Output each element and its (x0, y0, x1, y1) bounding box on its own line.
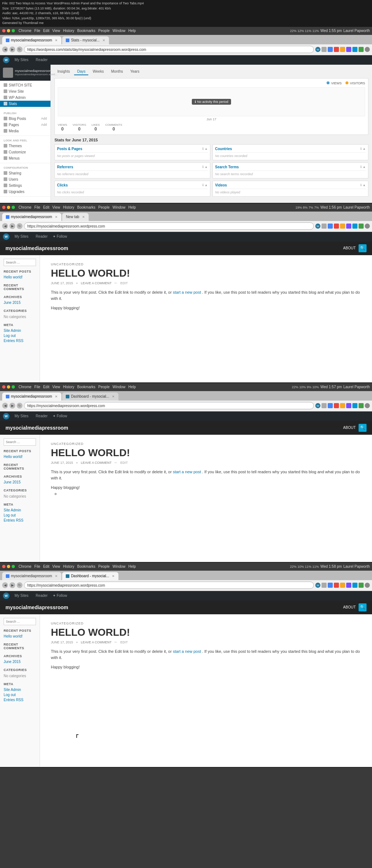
ext4-icon-3[interactable] (346, 403, 351, 408)
search-btn-2[interactable]: 🔍 (359, 244, 367, 252)
back-btn-4[interactable]: ◀ (2, 582, 8, 588)
maximize-button-2[interactable] (12, 206, 15, 209)
card-info-videos[interactable]: ℹ (360, 183, 361, 187)
menu-people-2[interactable]: People (98, 205, 110, 209)
menu-history-2[interactable]: History (63, 205, 74, 209)
url-bar-2[interactable] (24, 222, 314, 230)
menu-app-name-2[interactable]: Chrome (19, 205, 32, 209)
menu-view-4[interactable]: View (52, 564, 60, 568)
close-button-2[interactable] (2, 206, 5, 209)
card-title-search[interactable]: Search Terms (215, 165, 239, 169)
settings-icon-4[interactable] (365, 583, 370, 588)
about-btn-2[interactable]: ABOUT (343, 246, 356, 250)
site-admin-link-3[interactable]: Site Admin (4, 508, 36, 512)
tab-1-close[interactable]: ✕ (55, 39, 58, 42)
menu-view-2[interactable]: View (52, 205, 60, 209)
menu-window-3[interactable]: Window (113, 385, 126, 389)
follow-btn-2[interactable]: ✦ Follow (53, 234, 67, 238)
card-toggle-videos[interactable]: ▲ (363, 183, 366, 187)
ext-icon-6[interactable] (359, 47, 364, 52)
card-toggle-clicks[interactable]: ▲ (205, 183, 208, 187)
ext2-icon-4[interactable] (334, 583, 339, 588)
maximize-button-3[interactable] (12, 385, 15, 389)
sidebar-media-1[interactable]: Media (0, 128, 50, 134)
rss-link-3[interactable]: Entries RSS (4, 518, 36, 522)
tab-2[interactable]: Stats - mysocial... ✕ (62, 36, 109, 44)
forward-btn-3[interactable]: ▶ (9, 403, 15, 409)
leave-comment-2[interactable]: LEAVE A COMMENT (81, 281, 112, 285)
ext1-icon-4[interactable] (328, 583, 333, 588)
menu-help-2[interactable]: Help (128, 205, 136, 209)
ext3-icon-2[interactable] (340, 224, 345, 229)
stats-tab-months[interactable]: Months (108, 68, 126, 75)
menu-history-4[interactable]: History (63, 564, 74, 568)
menu-bookmarks-3[interactable]: Bookmarks (77, 385, 96, 389)
menu-history-1[interactable]: History (63, 29, 74, 33)
bm-icon-4[interactable] (322, 583, 327, 588)
site-admin-link-4[interactable]: Site Admin (4, 688, 36, 692)
tab-4-1-close[interactable]: ✕ (55, 574, 58, 578)
ext-icon-1[interactable] (328, 47, 333, 52)
forward-btn-2[interactable]: ▶ (9, 223, 15, 229)
blog-site-title-2[interactable]: mysocialmediapressroom (5, 245, 68, 251)
search-btn-4[interactable]: 🔍 (359, 603, 367, 611)
ext6-icon-2[interactable] (359, 224, 364, 229)
my-sites-btn-4[interactable]: My Sites (12, 593, 31, 598)
sidebar-sharing-1[interactable]: Sharing (0, 170, 50, 176)
tab-4-2-close[interactable]: ✕ (112, 574, 115, 578)
maximize-button-4[interactable] (12, 565, 15, 568)
menu-window-1[interactable]: Window (113, 29, 126, 33)
forward-btn-1[interactable]: ▶ (9, 47, 15, 52)
bookmark-icon-1[interactable] (322, 47, 327, 52)
logout-link-2[interactable]: Log out (4, 334, 36, 338)
edit-link-4[interactable]: EDIT (120, 640, 128, 644)
refresh-btn-2[interactable]: ↻ (17, 223, 23, 229)
sidebar-switch-site-1[interactable]: SWITCH SITE (0, 82, 50, 88)
card-info-posts[interactable]: ℹ (202, 147, 203, 150)
refresh-btn-4[interactable]: ↻ (17, 582, 23, 588)
blog-search-3[interactable] (4, 438, 36, 446)
ext5-icon-2[interactable] (352, 224, 357, 229)
archive-june-3[interactable]: June 2015 (4, 480, 36, 484)
ext3-icon-3[interactable] (340, 403, 345, 408)
menu-bookmarks-1[interactable]: Bookmarks (77, 29, 96, 33)
ext4-icon-2[interactable] (346, 224, 351, 229)
ext-icon-3[interactable] (340, 47, 345, 52)
blog-posts-add-1[interactable]: Add (41, 117, 47, 120)
tab-2-2[interactable]: New tab ✕ (62, 213, 89, 221)
logout-link-4[interactable]: Log out (4, 693, 36, 697)
sidebar-users-1[interactable]: Users (0, 176, 50, 182)
minimize-button-1[interactable] (7, 29, 10, 32)
menu-file-2[interactable]: File (35, 205, 40, 209)
tab-3-2-close[interactable]: ✕ (112, 395, 115, 398)
tab-3-1-close[interactable]: ✕ (55, 395, 58, 398)
reader-btn-1[interactable]: Reader (33, 57, 50, 63)
card-info-countries[interactable]: ℹ (360, 147, 361, 150)
tab-2-1-active[interactable]: mysocialmediapressroom ✕ (2, 213, 61, 221)
about-btn-3[interactable]: ABOUT (343, 426, 356, 430)
url-bar-1[interactable] (24, 46, 314, 53)
menu-app-name-1[interactable]: Chrome (19, 29, 32, 33)
menu-view-3[interactable]: View (52, 385, 60, 389)
sidebar-stats-1[interactable]: Stats (0, 101, 50, 107)
search-btn-3[interactable]: 🔍 (359, 424, 367, 432)
maximize-button-1[interactable] (12, 29, 15, 32)
close-button-3[interactable] (2, 385, 5, 389)
refresh-btn-1[interactable]: ↻ (17, 47, 23, 52)
minimize-button-4[interactable] (7, 565, 10, 568)
back-btn-1[interactable]: ◀ (2, 47, 8, 52)
blog-search-4[interactable] (4, 618, 36, 625)
card-title-videos[interactable]: Videos (215, 183, 227, 187)
recent-post-hello-3[interactable]: Hello world! (4, 455, 36, 459)
my-sites-btn-2[interactable]: My Sites (12, 234, 31, 239)
sidebar-upgrades-1[interactable]: Upgrades (0, 189, 50, 195)
archive-june-2[interactable]: June 2015 (4, 301, 36, 305)
stats-tab-insights[interactable]: Insights (54, 68, 73, 75)
back-btn-3[interactable]: ◀ (2, 403, 8, 409)
tab-2-2-close[interactable]: ✕ (82, 215, 85, 219)
back-btn-2[interactable]: ◀ (2, 223, 8, 229)
follow-btn-3[interactable]: ✦ Follow (53, 414, 67, 418)
follow-btn-4[interactable]: ✦ Follow (53, 594, 67, 598)
ext6-icon-3[interactable] (359, 403, 364, 408)
sidebar-menus-1[interactable]: Menus (0, 155, 50, 161)
